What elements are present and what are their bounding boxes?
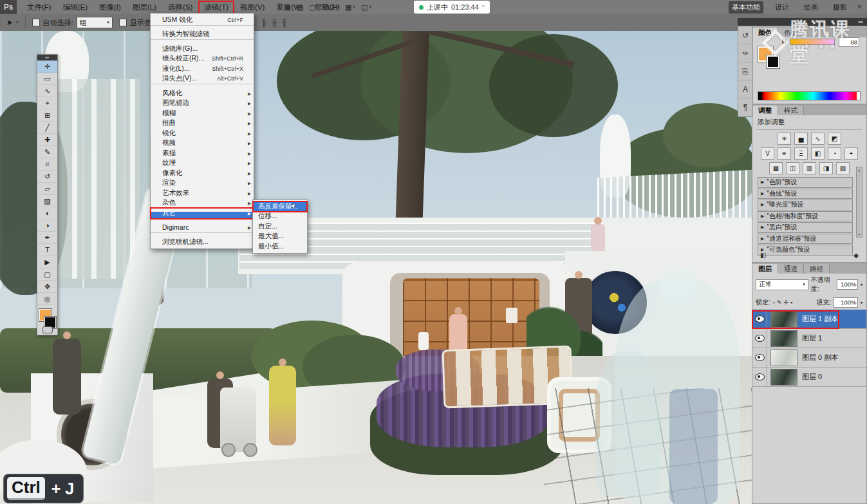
panel-tab[interactable]: 颜色 [752,28,778,37]
filter-menu-item[interactable]: 素描 [151,148,254,158]
图层 0[interactable]: 图层 0 [752,368,866,387]
menubar-menu[interactable]: 图像(I) [93,1,127,14]
chevron-right-icon[interactable]: ▸ [861,300,863,305]
panel-tab[interactable]: 通道 [778,264,804,274]
lock-all-icon[interactable]: ▪ [790,299,792,306]
lock-transparent-pixels-icon[interactable]: ▫ [773,299,775,306]
filter-menu-item[interactable]: Digimarc [151,223,254,234]
filter-menu-item[interactable]: 渲染 [151,178,254,189]
channel-slider-track[interactable] [790,39,835,45]
path-selection-tool[interactable]: ▶ [37,256,57,268]
eyedropper-tool[interactable]: ╱ [37,122,57,134]
quick-selection-tool[interactable]: ⌖ [37,97,57,109]
chevron-right-icon[interactable]: ▸ [861,282,863,287]
auto-select-checkbox[interactable] [32,19,40,26]
character-panel-icon[interactable]: A [738,80,752,98]
crop-tool[interactable]: ⊞ [37,109,57,122]
layer-thumbnail[interactable] [770,369,797,386]
filter-menu-item[interactable]: 消失点(V)... Alt+Ctrl+V [151,74,254,85]
panel-tab[interactable]: 调整 [752,106,778,115]
layer-thumbnail[interactable] [770,311,797,328]
move-tool-icon[interactable]: ➤ [6,18,13,27]
expand-arrow-icon[interactable]: ▶ [761,202,764,207]
menubar-menu[interactable]: 文件(F) [21,1,57,14]
type-tool[interactable]: T [37,244,57,256]
visibility-eye-icon[interactable] [752,310,767,328]
opacity-field[interactable]: 100% [837,279,858,290]
class-status-pill[interactable]: 上课中 01:23:44 ^ [414,1,490,14]
menubar-menu[interactable]: 选择(S) [162,1,198,14]
expand-arrow-icon[interactable]: ▶ [761,214,764,219]
lock-image-pixels-icon[interactable]: ✎ [777,299,782,306]
blend-mode-dropdown[interactable]: 正常▾ [756,279,808,290]
toolbar-header[interactable]: ▸▸ [37,55,57,61]
brush-tool[interactable]: ✎ [37,146,57,158]
align-center-icon[interactable]: ╫ [272,19,277,26]
panel-options-icon[interactable]: ◆ [853,252,859,261]
color-lookup-icon[interactable]: ▦ [769,162,783,174]
dodge-tool[interactable]: ◑ [37,219,57,232]
expand-arrow-icon[interactable]: ▶ [761,236,764,241]
visibility-eye-icon[interactable] [752,348,767,367]
panel-tab[interactable]: 样式 [778,106,804,115]
scrollbar[interactable]: ∧∨ [856,167,862,238]
filter-submenu-item[interactable]: 最小值... [253,241,307,252]
blur-tool[interactable]: ◗ [37,207,57,219]
filter-submenu-item[interactable]: 高反差保留... [253,201,307,212]
channel-value-field[interactable]: 88 [839,37,859,47]
black-white-icon[interactable]: ◧ [811,147,825,160]
filter-menu-item[interactable]: 其它 [151,208,254,219]
mini-bridge-icon[interactable]: ▤ [296,3,303,12]
preset-group-row[interactable]: ▶ "曲线"预设 [758,189,853,200]
preset-group-row[interactable]: ▶ "色相/饱和度"预设 [758,211,853,222]
filter-menu-item[interactable]: 扭曲 [151,118,254,129]
slider-thumb[interactable] [804,44,809,48]
workspace-button[interactable]: 绘画 [801,1,821,14]
brush-presets-panel-icon[interactable]: ✑ [738,44,752,62]
preset-group-row[interactable]: ▶ "黑白"预设 [758,222,853,233]
menubar-menu[interactable]: 视图(V) [234,1,270,14]
filter-menu-item[interactable]: 杂色 [151,198,254,209]
threshold-icon[interactable]: ◨ [819,162,833,174]
auto-select-dropdown[interactable]: 组▾ [77,17,113,28]
workspace-button[interactable]: 摄影 [830,1,850,14]
fill-field[interactable]: 100% [834,297,858,308]
lasso-tool[interactable]: ∿ [37,85,57,97]
channel-mixer-icon[interactable]: ◓ [844,147,858,160]
pen-tool[interactable]: ✒ [37,232,57,244]
color-balance-icon[interactable]: Ξ [794,147,808,160]
history-brush-tool[interactable]: ↺ [37,171,57,183]
filter-menu-item[interactable]: 画笔描边 [151,98,254,109]
visibility-eye-icon[interactable] [752,368,767,386]
filter-menu-item[interactable]: 转换为智能滤镜 [151,30,254,41]
posterize-icon[interactable]: ▥ [803,162,816,174]
filter-menu-item[interactable]: 镜头校正(R)... Shift+Ctrl+R [151,54,254,64]
filter-menu-item[interactable]: 模糊 [151,108,254,118]
marquee-tool[interactable]: ▭ [37,73,57,85]
paragraph-panel-icon[interactable]: ¶ [738,98,752,117]
panel-tab[interactable]: 色板 [778,28,804,37]
clone-stamp-tool[interactable]: ⌗ [37,158,57,171]
menubar-menu[interactable]: 编辑(E) [57,1,93,14]
panel-tab[interactable]: 图层 [752,264,778,274]
dock-header[interactable]: ▸▸ [738,18,867,26]
expand-arrow-icon[interactable]: ▶ [761,225,764,230]
filter-submenu-item[interactable]: 最大值... [253,232,307,242]
clone-source-panel-icon[interactable]: ⎘ [738,62,752,80]
levels-icon[interactable]: ▅ [794,133,808,145]
invert-icon[interactable]: ◫ [786,162,799,174]
align-left-icon[interactable]: ╟ [262,19,267,26]
color-spectrum-ramp[interactable] [758,91,861,100]
eraser-tool[interactable]: ▱ [37,183,57,195]
zoom-level[interactable]: 76.2▾ [321,3,339,11]
arrange-documents-icon[interactable]: ▦▾ [345,3,355,12]
zoom-tool[interactable]: ◎ [37,293,57,305]
menubar-menu[interactable]: 滤镜(T) [198,1,234,14]
filter-menu-item[interactable]: 视频 [151,138,254,149]
vibrance-icon[interactable]: V [761,147,774,160]
filter-submenu-item[interactable]: 自定... [253,221,307,232]
hand-tool[interactable]: ✥ [37,281,57,293]
layer-thumbnail[interactable] [770,330,797,347]
photo-filter-icon[interactable]: ◔ [828,147,841,160]
preset-group-row[interactable]: ▶ "曝光度"预设 [758,200,853,210]
